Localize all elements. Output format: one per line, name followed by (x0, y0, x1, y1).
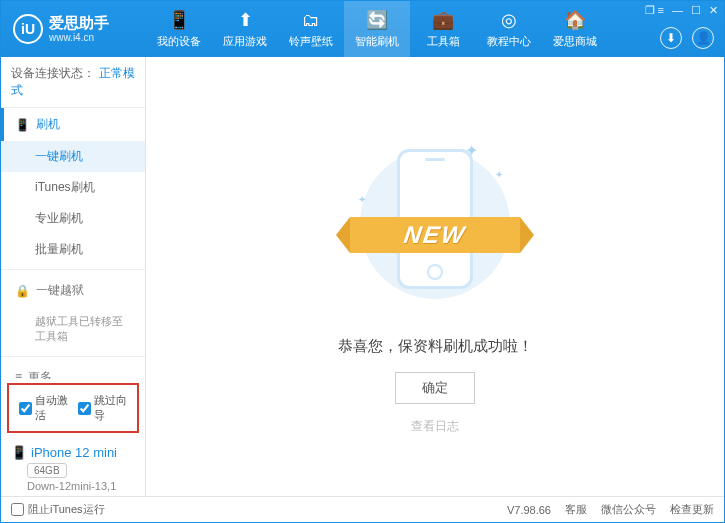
flash-options-highlight: 自动激活 跳过向导 (7, 383, 139, 433)
nav-label: 应用游戏 (223, 34, 267, 49)
app-title: 爱思助手 (49, 14, 109, 32)
window-control-button[interactable]: ✕ (709, 4, 718, 17)
sidebar-note: 越狱工具已转移至 工具箱 (1, 307, 145, 352)
sidebar: 设备连接状态：正常模式 📱刷机一键刷机iTunes刷机专业刷机批量刷机🔒一键越狱… (1, 57, 146, 496)
main-panel: ✦ ✦ ✦ NEW 恭喜您，保资料刷机成功啦！ 确定 查看日志 (146, 57, 724, 496)
sidebar-sub-item[interactable]: 专业刷机 (1, 203, 145, 234)
nav-label: 铃声壁纸 (289, 34, 333, 49)
nav-label: 智能刷机 (355, 34, 399, 49)
check-update-link[interactable]: 检查更新 (670, 502, 714, 517)
logo-area: iU 爱思助手 www.i4.cn (1, 14, 146, 44)
nav-item[interactable]: 📱我的设备 (146, 1, 212, 57)
sidebar-sub-item[interactable]: 批量刷机 (1, 234, 145, 265)
group-label: 刷机 (36, 116, 60, 133)
new-ribbon: NEW (350, 217, 520, 253)
sidebar-group[interactable]: 🔒一键越狱 (1, 274, 145, 307)
view-log-link[interactable]: 查看日志 (411, 418, 459, 435)
success-illustration: ✦ ✦ ✦ NEW (350, 139, 520, 309)
nav-label: 教程中心 (487, 34, 531, 49)
nav-item[interactable]: ◎教程中心 (476, 1, 542, 57)
nav-item[interactable]: 🗂铃声壁纸 (278, 1, 344, 57)
logo-icon: iU (13, 14, 43, 44)
customer-service-link[interactable]: 客服 (565, 502, 587, 517)
nav-item[interactable]: 🏠爱思商城 (542, 1, 608, 57)
version-label: V7.98.66 (507, 504, 551, 516)
sidebar-sub-item[interactable]: iTunes刷机 (1, 172, 145, 203)
group-icon: 📱 (15, 118, 30, 132)
group-label: 一键越狱 (36, 282, 84, 299)
nav-item[interactable]: 🔄智能刷机 (344, 1, 410, 57)
connection-label: 设备连接状态： (11, 66, 95, 80)
device-capacity: 64GB (27, 463, 67, 478)
device-name[interactable]: 📱iPhone 12 mini (11, 445, 135, 460)
ok-button[interactable]: 确定 (395, 372, 475, 404)
connection-status: 设备连接状态：正常模式 (1, 57, 145, 108)
nav-icon: 🔄 (366, 9, 388, 31)
window-control-button[interactable]: — (672, 4, 683, 17)
window-control-button[interactable]: ☐ (691, 4, 701, 17)
phone-icon: 📱 (11, 445, 27, 460)
nav-icon: 🗂 (302, 10, 320, 31)
nav-label: 工具箱 (427, 34, 460, 49)
group-label: 更多 (28, 369, 52, 379)
window-controls: ❐ ≡—☐✕ (645, 4, 718, 17)
auto-activate-checkbox[interactable]: 自动激活 (19, 393, 68, 423)
sidebar-sub-item[interactable]: 一键刷机 (1, 141, 145, 172)
block-itunes-checkbox[interactable]: 阻止iTunes运行 (11, 502, 105, 517)
device-info: 📱iPhone 12 mini 64GB Down-12mini-13,1 (1, 437, 145, 496)
wechat-link[interactable]: 微信公众号 (601, 502, 656, 517)
app-subtitle: www.i4.cn (49, 32, 109, 44)
success-message: 恭喜您，保资料刷机成功啦！ (338, 337, 533, 356)
nav-label: 爱思商城 (553, 34, 597, 49)
nav-icon: ◎ (501, 9, 517, 31)
group-icon: ≡ (15, 370, 22, 379)
skip-guide-checkbox[interactable]: 跳过向导 (78, 393, 127, 423)
app-header: iU 爱思助手 www.i4.cn 📱我的设备⬆应用游戏🗂铃声壁纸🔄智能刷机💼工… (1, 1, 724, 57)
device-model: Down-12mini-13,1 (27, 480, 135, 492)
nav-icon: 🏠 (564, 9, 586, 31)
sidebar-group[interactable]: 📱刷机 (1, 108, 145, 141)
main-nav: 📱我的设备⬆应用游戏🗂铃声壁纸🔄智能刷机💼工具箱◎教程中心🏠爱思商城 (146, 1, 608, 57)
group-icon: 🔒 (15, 284, 30, 298)
user-button[interactable]: 👤 (692, 27, 714, 49)
nav-icon: 💼 (432, 9, 454, 31)
download-button[interactable]: ⬇ (660, 27, 682, 49)
nav-item[interactable]: 💼工具箱 (410, 1, 476, 57)
window-control-button[interactable]: ❐ ≡ (645, 4, 664, 17)
nav-item[interactable]: ⬆应用游戏 (212, 1, 278, 57)
nav-icon: 📱 (168, 9, 190, 31)
nav-label: 我的设备 (157, 34, 201, 49)
nav-icon: ⬆ (238, 9, 253, 31)
footer: 阻止iTunes运行 V7.98.66 客服 微信公众号 检查更新 (1, 496, 724, 522)
sidebar-group[interactable]: ≡更多 (1, 361, 145, 379)
